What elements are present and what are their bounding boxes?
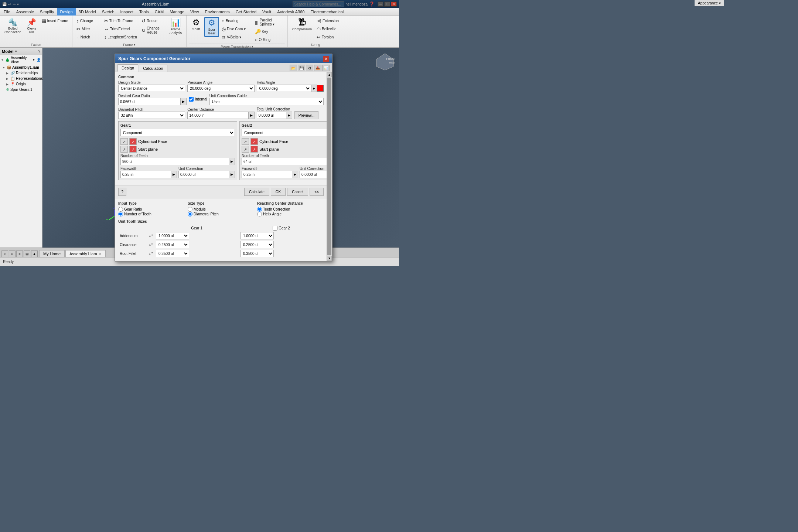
gear1-checkbox-label[interactable]: Gear 1: [155, 226, 238, 230]
menu-cam[interactable]: CAM: [152, 8, 167, 16]
gear1-start-plane-red-btn[interactable]: ↗: [129, 146, 137, 153]
disc-cam-button[interactable]: ◎ Disc Cam ▾: [220, 25, 252, 33]
gear2-type-select[interactable]: Component: [242, 129, 327, 136]
tab-icon-export[interactable]: 📤: [314, 65, 321, 71]
help-button[interactable]: ?: [118, 188, 126, 196]
trim-to-frame-button[interactable]: ✂ Trim To Frame: [102, 17, 139, 25]
menu-sketch[interactable]: Sketch: [99, 8, 117, 16]
change-button[interactable]: ↕ Change: [75, 17, 102, 25]
sidebar-help[interactable]: ?: [38, 50, 40, 54]
menu-file[interactable]: File: [1, 8, 13, 16]
root-fillet-gear2-select[interactable]: 0.3500 ul: [241, 250, 274, 257]
tree-assembly-view[interactable]: ▾ 🌲 Assembly View ▾ 👤: [0, 55, 42, 65]
gear1-facewidth-input[interactable]: [120, 171, 171, 178]
preview-button[interactable]: Preview...: [294, 111, 318, 119]
tab-icon-folder[interactable]: 📂: [290, 65, 297, 71]
tab-my-home[interactable]: My Home: [39, 250, 65, 257]
total-unit-correction-input[interactable]: [257, 112, 286, 119]
viewport-cube[interactable]: FRONT RIGHT: [375, 52, 395, 72]
gear2-start-plane-red-btn[interactable]: ↗: [250, 146, 258, 153]
teeth-correction-radio-label[interactable]: Teeth Correction: [257, 207, 324, 212]
tab-nav-grid[interactable]: ⊞: [9, 250, 16, 257]
helix-angle-select[interactable]: 0.0000 deg: [257, 85, 311, 92]
addendum-gear1-select[interactable]: 1.0000 ul: [156, 232, 189, 239]
quick-access-save[interactable]: 💾: [2, 2, 7, 6]
menu-tools[interactable]: Tools: [136, 8, 152, 16]
diametral-pitch-select[interactable]: 32 ul/in: [118, 112, 185, 119]
tree-relationships[interactable]: ▶ 🔗 Relationships: [0, 70, 42, 76]
gear2-checkbox[interactable]: [273, 226, 277, 231]
belleville-button[interactable]: ◠ Belleville: [315, 25, 341, 33]
gear2-cylindrical-icon-btn[interactable]: ↗: [242, 138, 249, 145]
gear2-cylindrical-red-btn[interactable]: ↗: [250, 138, 258, 145]
quick-access-redo[interactable]: ↪: [13, 2, 16, 6]
diametral-pitch-radio[interactable]: [188, 212, 192, 216]
search-input[interactable]: [293, 1, 344, 7]
menu-vault[interactable]: Vault: [259, 8, 274, 16]
center-distance-input[interactable]: [187, 112, 248, 119]
tree-spur-gears[interactable]: ⚙ Spur Gears:1: [0, 87, 42, 92]
menu-view[interactable]: View: [187, 8, 202, 16]
gear1-uc-expand[interactable]: ▶: [229, 171, 235, 178]
scroll-up-arrow[interactable]: ▲: [327, 72, 332, 77]
gear-ratio-radio-label[interactable]: Gear Ratio: [118, 207, 185, 212]
shaft-button[interactable]: ⚙ Shaft: [189, 17, 204, 33]
internal-checkbox-label[interactable]: Internal: [189, 97, 207, 102]
menu-autodesk-a360[interactable]: Autodesk A360: [274, 8, 307, 16]
tab-assembly1-close[interactable]: ✕: [99, 252, 102, 256]
module-radio-label[interactable]: Module: [188, 207, 254, 212]
gear2-facewidth-input[interactable]: [242, 171, 292, 178]
tab-icon-save[interactable]: 💾: [298, 65, 305, 71]
minimize-button[interactable]: ─: [378, 1, 383, 7]
teeth-correction-radio[interactable]: [257, 207, 262, 212]
tree-representations[interactable]: ▶ 📋 Representations: [0, 76, 42, 81]
sidebar-dropdown[interactable]: ▾: [15, 50, 17, 53]
key-button[interactable]: 🔑 Key: [253, 28, 286, 35]
tab-nav-back[interactable]: ◁: [1, 250, 8, 257]
menu-design[interactable]: Design: [57, 8, 76, 16]
restore-button[interactable]: □: [384, 1, 390, 7]
trim-extend-button[interactable]: ↔ Trim/Extend: [102, 25, 139, 33]
unit-corrections-select[interactable]: User: [209, 98, 324, 105]
spur-gear-button[interactable]: ⚙ SpurGear: [204, 17, 219, 37]
gear1-facewidth-expand[interactable]: ▶: [171, 171, 177, 178]
gear2-facewidth-expand[interactable]: ▶: [292, 171, 298, 178]
gear1-cylindrical-icon-btn[interactable]: ↗: [120, 138, 128, 145]
menu-manage[interactable]: Manage: [167, 8, 187, 16]
gear2-unit-correction-input[interactable]: [300, 171, 327, 178]
menu-simplify[interactable]: Simplify: [37, 8, 57, 16]
gear1-num-teeth-expand[interactable]: ▶: [229, 158, 235, 165]
reuse-button[interactable]: ↺ Reuse: [140, 17, 167, 25]
dialog-close-button[interactable]: ✕: [323, 56, 329, 62]
torsion-button[interactable]: ↩ Torsion: [315, 33, 341, 41]
num-teeth-radio-label[interactable]: Number of Teeth: [118, 212, 185, 216]
scroll-thumb[interactable]: [327, 78, 331, 255]
tree-origin[interactable]: ▶ 📍 Origin: [0, 81, 42, 87]
gear-ratio-radio[interactable]: [118, 207, 123, 212]
gear1-type-select[interactable]: Component: [120, 129, 235, 136]
v-belts-button[interactable]: ≋ V-Belts ▾: [220, 33, 252, 41]
gear2-checkbox-label[interactable]: Gear 2: [240, 226, 323, 231]
gear1-num-teeth-input[interactable]: [120, 158, 229, 165]
tab-calculation[interactable]: Calculation: [139, 65, 167, 72]
tab-icon-settings[interactable]: ⚙: [306, 65, 313, 71]
gear2-num-teeth-input[interactable]: [242, 158, 327, 165]
pressure-angle-select[interactable]: 20.0000 deg: [187, 85, 254, 92]
helix-angle-radio[interactable]: [257, 212, 262, 216]
tab-nav-list[interactable]: ≡: [16, 250, 23, 257]
close-button[interactable]: ✕: [391, 1, 397, 7]
expand-button[interactable]: <<: [310, 188, 324, 196]
frame-analysis-button[interactable]: 📊 FrameAnalysis: [167, 17, 184, 36]
helix-angle-radio-label[interactable]: Helix Angle: [257, 212, 324, 216]
quick-access-undo[interactable]: ↩: [8, 2, 11, 6]
change-reuse-button[interactable]: ↻ Change Reuse: [140, 25, 167, 35]
bearing-button[interactable]: ○ Bearing: [220, 17, 252, 25]
tab-nav-stack[interactable]: ▤: [24, 250, 30, 257]
scroll-down-arrow[interactable]: ▼: [327, 256, 332, 261]
parallel-splines-button[interactable]: ||| Parallel Splines ▾: [253, 17, 286, 27]
miter-button[interactable]: ✂ Miter: [75, 25, 102, 33]
tab-nav-up[interactable]: ▲: [31, 250, 38, 257]
dialog-scrollbar[interactable]: ▲ ▼: [327, 72, 332, 261]
addendum-gear2-select[interactable]: 1.0000 ul: [241, 232, 274, 239]
tree-assembly1[interactable]: ▾ 📦 Assembly1.iam: [0, 65, 42, 70]
